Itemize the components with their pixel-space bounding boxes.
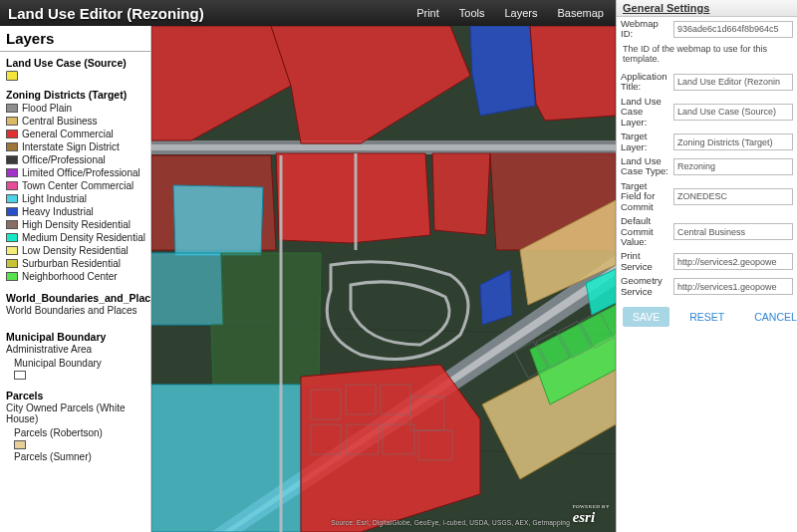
row-geom-service: Geometry Service [617, 274, 797, 299]
map-view[interactable]: Source: Esri, DigitalGlobe, GeoEye, i-cu… [151, 26, 616, 532]
menu-print[interactable]: Print [416, 7, 439, 19]
swatch-icon [6, 259, 18, 268]
input-target-layer[interactable] [673, 133, 793, 150]
input-webmap-id[interactable] [673, 21, 793, 38]
legend-label: Light Industrial [22, 193, 87, 204]
layers-title: Layers [0, 26, 150, 49]
legend-label: Office/Professional [22, 154, 106, 165]
parcels-sub3-row: Parcels (Sumner) [0, 450, 150, 463]
label-luc-layer: Land Use Case Layer: [621, 97, 669, 128]
label-geom-service: Geometry Service [621, 276, 669, 297]
menu-tools[interactable]: Tools [459, 7, 485, 19]
legend-label: Central Business [22, 116, 98, 127]
svg-marker-22 [151, 385, 301, 532]
row-print-service: Print Service [617, 249, 797, 274]
swatch-icon [6, 207, 18, 216]
legend-label: Flood Plain [22, 103, 72, 114]
cancel-button[interactable]: CANCEL [744, 307, 797, 327]
menu-layers[interactable]: Layers [504, 7, 537, 19]
row-default-commit: Default Commit Value: [617, 214, 797, 249]
label-default-commit: Default Commit Value: [621, 216, 669, 247]
svg-marker-21 [321, 253, 450, 383]
map-attribution: Source: Esri, DigitalGlobe, GeoEye, i-cu… [331, 519, 570, 526]
webmap-desc: The ID of the webmap to use for this tem… [617, 42, 797, 70]
legend-item: Flood Plain [0, 102, 150, 115]
swatch-icon [6, 155, 18, 164]
save-button[interactable]: SAVE [623, 307, 669, 327]
input-target-field[interactable] [673, 188, 793, 205]
svg-marker-12 [470, 26, 535, 116]
svg-marker-15 [173, 185, 263, 255]
input-app-title[interactable] [673, 74, 793, 91]
legend-item: Light Industrial [0, 192, 150, 205]
legend-label: Medium Density Residential [22, 232, 145, 243]
row-luc-type: Land Use Case Type: [617, 154, 797, 179]
label-target-layer: Target Layer: [621, 132, 669, 152]
parcels-sub2-row: Parcels (Robertson) [0, 426, 150, 439]
legend-item: General Commercial [0, 128, 150, 140]
legend-item: Medium Density Residential [0, 231, 150, 244]
legend-item: High Density Residential [0, 218, 150, 231]
label-target-field: Target Field for Commit [621, 181, 669, 212]
input-luc-type[interactable] [673, 158, 793, 175]
svg-marker-19 [151, 253, 223, 325]
group-boundaries-title[interactable]: World_Boundaries_and_Places [0, 289, 150, 305]
swatch-icon [6, 272, 18, 281]
input-print-service[interactable] [673, 253, 793, 270]
label-print-service: Print Service [621, 251, 669, 272]
legend-item: Limited Office/Professional [0, 166, 150, 179]
swatch-icon [6, 104, 18, 113]
legend-item: Heavy Industrial [0, 205, 150, 218]
legend-label: Surburban Residential [22, 258, 121, 269]
legend-label: Town Center Commercial [22, 180, 133, 191]
swatch-icon [6, 130, 18, 138]
row-target-layer: Target Layer: [617, 130, 797, 154]
esri-logo: POWERED BY esri [573, 504, 610, 526]
parcels-sub1: City Owned Parcels (White House) [0, 402, 150, 426]
parcels-sub2: Parcels (Robertson) [14, 427, 103, 438]
swatch-icon [6, 117, 18, 126]
swatch-icon [14, 440, 26, 449]
group-parcels-title[interactable]: Parcels [0, 387, 150, 402]
swatch-icon [6, 246, 18, 255]
parcels-sub3: Parcels (Sumner) [14, 451, 92, 462]
swatch-icon [6, 220, 18, 229]
muni-sub2-row: Municipal Boundary [0, 357, 150, 370]
row-app-title: Application Title: [617, 70, 797, 95]
legend-label: Heavy Industrial [22, 206, 94, 217]
legend-item: Office/Professional [0, 153, 150, 166]
legend-item: Surburban Residential [0, 257, 150, 270]
legend-label: Neighborhood Center [22, 271, 118, 282]
legend-label: Low Density Residential [22, 245, 129, 256]
group-target-title[interactable]: Zoning Districts (Target) [0, 86, 150, 102]
esri-text: esri [573, 509, 596, 525]
row-webmap-id: Webmap ID: [617, 17, 797, 42]
swatch-icon [6, 194, 18, 203]
legend-item: Neighborhood Center [0, 270, 150, 283]
menu-basemap[interactable]: Basemap [558, 7, 604, 19]
reset-button[interactable]: RESET [679, 307, 734, 327]
input-geom-service[interactable] [673, 278, 793, 295]
svg-marker-16 [276, 153, 430, 243]
label-app-title: Application Title: [621, 72, 669, 93]
group-boundaries-sub: World Boundaries and Places [0, 305, 150, 318]
label-luc-type: Land Use Case Type: [621, 156, 669, 177]
settings-panel: General Settings Webmap ID: The ID of th… [616, 0, 797, 532]
parcels-swatch1 [0, 439, 150, 450]
group-source-title[interactable]: Land Use Case (Source) [0, 54, 150, 70]
legend-label: General Commercial [22, 129, 114, 139]
input-luc-layer[interactable] [673, 104, 793, 121]
input-default-commit[interactable] [673, 223, 793, 240]
settings-buttons: SAVE RESET CANCEL [617, 299, 797, 335]
group-muni-title[interactable]: Municipal Boundary [0, 328, 150, 344]
legend-item: Interstate Sign District [0, 140, 150, 153]
svg-rect-9 [151, 144, 616, 150]
swatch-icon [14, 371, 26, 380]
legend-label: Limited Office/Professional [22, 167, 140, 178]
muni-sub2: Municipal Boundary [14, 358, 102, 369]
row-luc-layer: Land Use Case Layer: [617, 95, 797, 130]
muni-sub1: Administrative Area [0, 344, 150, 357]
swatch-icon [6, 233, 18, 242]
folder-icon [6, 71, 18, 81]
legend-label: High Density Residential [22, 219, 131, 230]
